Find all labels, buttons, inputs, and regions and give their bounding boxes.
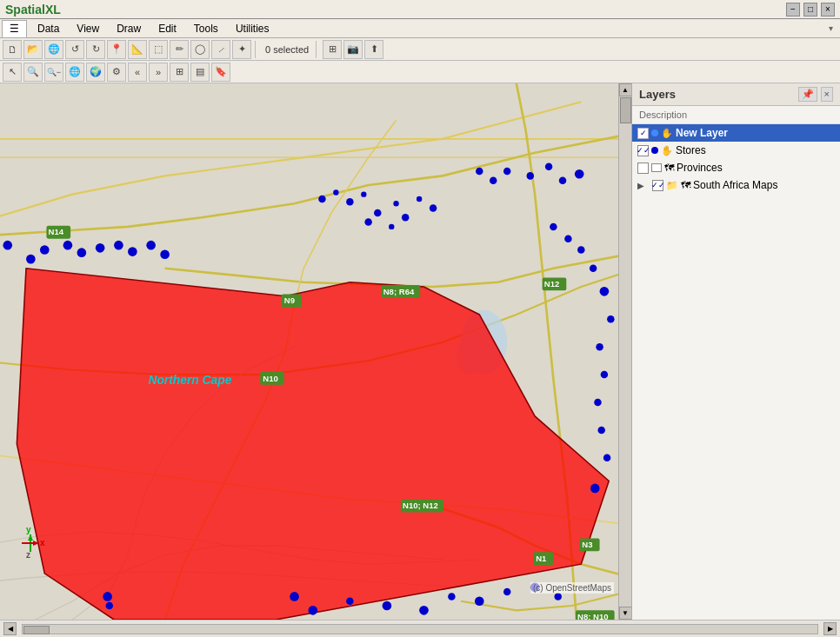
table-button[interactable]: ⊞ (323, 40, 342, 59)
title-bar: SpatialXL − □ × (0, 0, 840, 19)
svg-point-55 (590, 265, 597, 273)
svg-text:N8; R64: N8; R64 (383, 287, 415, 296)
menu-utilities[interactable]: Utilities (227, 21, 278, 36)
compass: y x z (9, 521, 52, 567)
redo-button[interactable]: ↻ (86, 40, 105, 59)
layer-checkbox-stores[interactable]: ✓ (637, 145, 649, 156)
svg-point-36 (346, 198, 354, 206)
close-button[interactable]: × (821, 3, 835, 17)
svg-point-74 (503, 588, 511, 596)
map-scrollbar[interactable]: ▲ ▼ (618, 83, 631, 620)
layer-item-stores[interactable]: ✓ ✋ Stores (632, 142, 840, 159)
svg-point-41 (389, 224, 394, 229)
svg-point-48 (527, 172, 535, 180)
settings-button[interactable]: ⚙ (107, 63, 126, 82)
select-line-button[interactable]: ⟋ (211, 40, 230, 59)
cursor-button[interactable]: ↖ (3, 63, 22, 82)
svg-point-50 (559, 176, 567, 184)
zoom-out-button[interactable]: 🔍− (44, 63, 63, 82)
minimize-button[interactable]: − (786, 3, 800, 17)
globe-button[interactable]: 🌐 (44, 40, 63, 59)
prev-button[interactable]: « (128, 63, 147, 82)
layer-name-provinces: Provinces (677, 162, 835, 174)
measure-button[interactable]: 📐 (128, 40, 147, 59)
menu-data[interactable]: Data (29, 21, 68, 36)
svg-point-34 (318, 196, 326, 203)
scroll-thumb[interactable] (620, 97, 631, 123)
restore-button[interactable]: □ (803, 3, 817, 17)
svg-text:N3: N3 (582, 540, 592, 549)
svg-text:N12: N12 (544, 279, 560, 289)
menu-tab[interactable]: ☰ (2, 20, 27, 37)
open-button[interactable]: 📂 (23, 40, 43, 59)
svg-point-73 (475, 596, 484, 606)
svg-point-59 (601, 371, 609, 379)
scroll-right-button[interactable]: ▶ (823, 622, 837, 635)
zoom-in-button[interactable]: 🔍 (23, 63, 43, 82)
grid-button[interactable]: ⊞ (170, 63, 189, 82)
svg-point-76 (554, 593, 562, 601)
scroll-left-button[interactable]: ◀ (3, 622, 17, 635)
scroll-down-button[interactable]: ▼ (619, 607, 632, 620)
layer-item-new-layer[interactable]: ✋ New Layer (632, 124, 840, 142)
svg-point-56 (600, 287, 610, 296)
horizontal-scrollbar[interactable] (22, 624, 818, 634)
layer-item-south-africa-maps[interactable]: ▶ ✓ 📁 🗺 South Africa Maps (632, 176, 840, 194)
next-button[interactable]: » (149, 63, 168, 82)
layer-dot-stores (651, 147, 658, 154)
scroll-up-button[interactable]: ▲ (619, 83, 632, 96)
svg-point-27 (63, 241, 73, 250)
svg-point-33 (160, 249, 170, 259)
svg-point-64 (103, 592, 112, 601)
svg-point-28 (77, 248, 87, 257)
scroll-track[interactable] (619, 96, 632, 607)
map-svg: Northern Cape N14 N9 N8; R64 N12 N10 N10… (0, 83, 631, 620)
new-button[interactable]: 🗋 (3, 40, 22, 59)
svg-point-31 (128, 247, 137, 256)
menu-edit[interactable]: Edit (150, 21, 185, 36)
layers-close-button[interactable]: × (821, 87, 833, 102)
pin-button[interactable]: 📍 (107, 40, 126, 59)
star-button[interactable]: ✦ (232, 40, 251, 59)
undo-button[interactable]: ↺ (65, 40, 84, 59)
svg-point-54 (577, 246, 585, 254)
svg-point-26 (40, 245, 50, 255)
svg-point-39 (393, 201, 398, 206)
layer-name-new-layer: New Layer (676, 127, 835, 139)
globe2-button[interactable]: 🌐 (65, 63, 84, 82)
horizontal-scroll-thumb[interactable] (23, 626, 50, 634)
globe3-button[interactable]: 🌍 (86, 63, 105, 82)
svg-point-53 (564, 235, 572, 242)
camera-button[interactable]: 📷 (343, 40, 363, 59)
main-area: Northern Cape N14 N9 N8; R64 N12 N10 N10… (0, 83, 840, 620)
toolbar-1: 🗋 📂 🌐 ↺ ↻ 📍 📐 ⬚ ✏ ◯ ⟋ ✦ 0 selected ⊞ 📷 ⬆ (0, 38, 840, 61)
svg-point-24 (3, 241, 12, 250)
bookmark-button[interactable]: 🔖 (211, 63, 230, 82)
layers-description-label: Description (632, 106, 840, 124)
menu-tools[interactable]: Tools (185, 21, 227, 36)
menu-draw[interactable]: Draw (108, 21, 150, 36)
svg-text:x: x (40, 538, 45, 547)
menu-bar: ☰ Data View Draw Edit Tools Utilities ▾ (0, 19, 840, 38)
svg-marker-84 (33, 541, 39, 546)
layer-checkbox-south-africa-maps[interactable]: ✓ (652, 180, 663, 191)
export-button[interactable]: ⬆ (364, 40, 383, 59)
menu-view[interactable]: View (68, 21, 108, 36)
svg-point-49 (545, 163, 553, 170)
layers-button[interactable]: ▤ (190, 63, 210, 82)
layer-expand-icon[interactable]: ▶ (637, 181, 650, 190)
layer-checkbox-provinces[interactable] (637, 163, 649, 174)
layer-checkbox-new-layer[interactable] (637, 128, 649, 139)
svg-point-77 (106, 602, 114, 610)
select-freehand-button[interactable]: ✏ (170, 40, 189, 59)
layers-header-buttons: 📌 × (798, 87, 833, 102)
select-circle-button[interactable]: ◯ (190, 40, 210, 59)
layer-dot-new-layer (651, 129, 658, 136)
map-container[interactable]: Northern Cape N14 N9 N8; R64 N12 N10 N10… (0, 83, 631, 620)
svg-point-57 (607, 315, 615, 323)
layer-item-provinces[interactable]: 🗺 Provinces (632, 159, 840, 176)
select-rect-button[interactable]: ⬚ (149, 40, 168, 59)
svg-point-30 (114, 241, 123, 250)
layers-pin-button[interactable]: 📌 (798, 87, 817, 102)
window-controls: − □ × (786, 3, 835, 17)
